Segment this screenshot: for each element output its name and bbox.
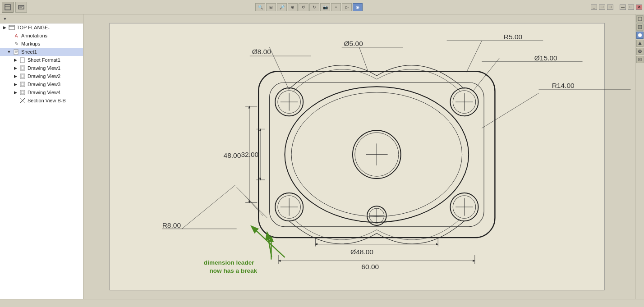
rp-btn-4[interactable] (636, 40, 644, 47)
svg-rect-18 (20, 90, 25, 95)
second-toolbar: 🔍 ⊞ 🔎 ⊕ ↺ ↻ 📷 • ▷ ◉ _ □ □ — □ ✕ (0, 0, 644, 14)
status-bar (0, 299, 644, 307)
svg-text:dimension leader: dimension leader (204, 259, 254, 266)
tc-dot-btn[interactable]: • (331, 3, 341, 11)
win-maximize[interactable]: □ (607, 5, 613, 10)
annotations-icon: A (13, 32, 20, 39)
rp-btn-3[interactable] (636, 32, 644, 39)
svg-rect-0 (5, 5, 10, 10)
svg-text:Ø15.00: Ø15.00 (534, 54, 557, 62)
win-minimize2[interactable]: — (620, 5, 626, 10)
toolbar-icon-btn-1[interactable] (2, 2, 14, 13)
dv1-expand[interactable]: ▶ (13, 65, 18, 71)
tree-item-annotations[interactable]: A Annotations (0, 32, 83, 40)
dv1-icon (19, 65, 26, 71)
tc-zoom-btn[interactable]: 🔎 (277, 3, 287, 11)
rp-btn-5[interactable] (636, 48, 644, 55)
markups-icon: ✎ (13, 41, 20, 47)
tc-plus-btn[interactable]: ⊕ (288, 3, 298, 11)
svg-rect-16 (20, 82, 25, 87)
svbb-icon (19, 97, 26, 104)
svg-rect-2 (18, 5, 24, 9)
sf1-icon (19, 57, 26, 63)
tree-item-drawing-view3[interactable]: ▶ Drawing View3 (0, 80, 83, 88)
annotations-expand[interactable] (6, 33, 12, 38)
drawing-svg: Ø8.00 Ø5.00 R5.00 Ø15.00 R14.00 48.00 (83, 14, 635, 299)
sidebar-top-bar: ▼ (0, 14, 83, 23)
filter-icon[interactable]: ▼ (2, 16, 8, 22)
dv3-icon (19, 81, 26, 87)
canvas-area[interactable]: Ø8.00 Ø5.00 R5.00 Ø15.00 R14.00 48.00 (83, 14, 635, 299)
svg-point-95 (638, 33, 642, 37)
tc-undo-btn[interactable]: ↺ (299, 3, 308, 11)
tree-item-sheet1[interactable]: ▼ Sheet1 (0, 48, 83, 56)
dv2-icon (19, 73, 26, 79)
markups-label: Markups (21, 41, 40, 46)
svg-rect-5 (9, 25, 14, 30)
dv2-expand[interactable]: ▶ (13, 73, 18, 79)
dv4-expand[interactable]: ▶ (13, 90, 18, 95)
svg-rect-19 (21, 91, 24, 94)
tree-item-section-view-bb[interactable]: Section View B-B (0, 96, 83, 105)
tc-grid-btn[interactable]: ⊞ (266, 3, 276, 11)
win-minimize[interactable]: _ (591, 5, 597, 10)
rp-btn-1[interactable] (636, 15, 644, 23)
dv3-expand[interactable]: ▶ (13, 82, 18, 87)
dv4-label: Drawing View4 (28, 90, 60, 95)
flange-icon (8, 24, 15, 31)
win-maximize2[interactable]: □ (628, 5, 634, 10)
svg-text:60.00: 60.00 (361, 263, 379, 270)
svg-rect-15 (21, 75, 24, 78)
tree-item-top-flange[interactable]: ▶ TOP FLANGE- (0, 23, 83, 32)
dv1-label: Drawing View1 (28, 65, 60, 71)
svg-text:Ø48.00: Ø48.00 (350, 248, 373, 256)
dv4-icon (19, 89, 26, 96)
rp-btn-6[interactable] (636, 56, 644, 63)
tree-item-sheet-format1[interactable]: ▶ Sheet Format1 (0, 56, 83, 64)
annotations-label: Annotations (21, 33, 47, 38)
svg-text:R14.00: R14.00 (552, 82, 575, 89)
svg-rect-11 (20, 58, 24, 63)
svg-text:Ø8.00: Ø8.00 (252, 48, 271, 55)
svg-text:R8.00: R8.00 (162, 221, 181, 229)
dv2-label: Drawing View2 (28, 73, 60, 79)
tc-redo-btn[interactable]: ↻ (309, 3, 319, 11)
tc-arrow-btn[interactable]: ▷ (342, 3, 352, 11)
win-close[interactable]: ✕ (636, 5, 642, 10)
svg-rect-94 (638, 25, 642, 29)
tree-item-drawing-view4[interactable]: ▶ Drawing View4 (0, 88, 83, 96)
sheet1-label: Sheet1 (21, 49, 37, 55)
win-restore[interactable]: □ (599, 5, 605, 10)
toolbar-icon-btn-2[interactable] (15, 2, 27, 13)
top-flange-label: TOP FLANGE- (17, 25, 50, 30)
center-toolbar: 🔍 ⊞ 🔎 ⊕ ↺ ↻ 📷 • ▷ ◉ (255, 3, 363, 11)
tc-camera-btn[interactable]: 📷 (320, 3, 330, 11)
tree-item-markups[interactable]: ✎ Markups (0, 40, 83, 48)
markups-expand[interactable] (6, 41, 12, 46)
svg-rect-12 (20, 66, 25, 70)
svg-text:R5.00: R5.00 (504, 33, 523, 41)
tc-search-btn[interactable]: 🔍 (255, 3, 265, 11)
expand-icon[interactable]: ▶ (2, 25, 7, 30)
svg-text:32.00: 32.00 (241, 151, 258, 158)
svg-rect-17 (21, 83, 24, 86)
main-area: ▼ ▶ TOP FLANGE- A Annotations ✎ Markups … (0, 14, 644, 299)
tc-circle-btn[interactable]: ◉ (353, 3, 363, 11)
svbb-expand (13, 98, 18, 103)
dv3-label: Drawing View3 (28, 82, 60, 87)
right-panel (635, 14, 644, 299)
svg-text:48.00: 48.00 (224, 151, 241, 159)
svbb-label: Section View B-B (28, 98, 66, 103)
tree-item-drawing-view1[interactable]: ▶ Drawing View1 (0, 64, 83, 72)
sheet1-expand[interactable]: ▼ (6, 49, 12, 55)
rp-btn-2[interactable] (636, 23, 644, 31)
sf1-expand[interactable]: ▶ (13, 57, 18, 63)
svg-rect-100 (639, 59, 640, 60)
tree-item-drawing-view2[interactable]: ▶ Drawing View2 (0, 72, 83, 80)
svg-rect-93 (638, 17, 642, 21)
svg-text:now has a break: now has a break (209, 267, 257, 274)
sheet1-icon (13, 49, 20, 55)
sidebar: ▼ ▶ TOP FLANGE- A Annotations ✎ Markups … (0, 14, 83, 299)
svg-text:Ø5.00: Ø5.00 (344, 40, 363, 47)
sheet-format1-label: Sheet Format1 (28, 57, 60, 63)
